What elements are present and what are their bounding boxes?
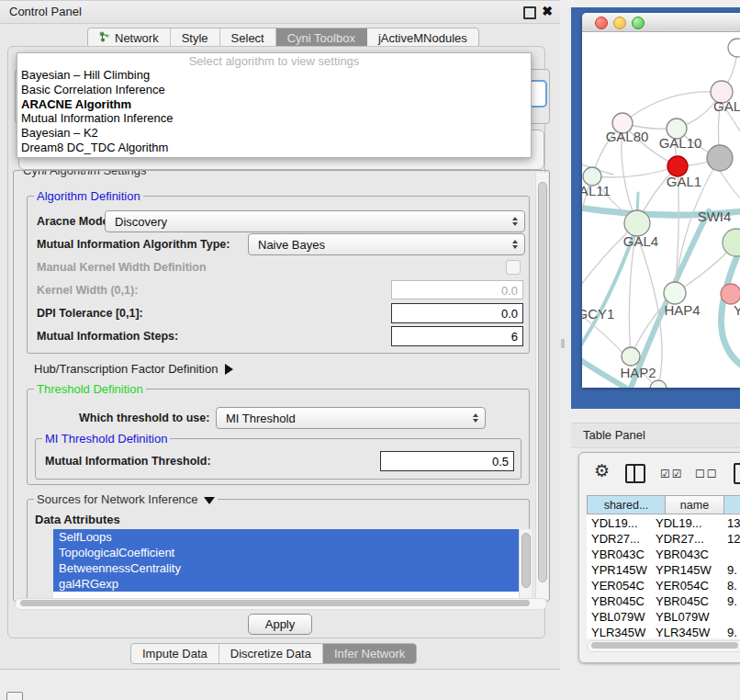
- column-header[interactable]: name: [666, 495, 724, 514]
- sources-group-title-wrap[interactable]: Sources for Network Inference: [34, 492, 218, 506]
- minimize-traffic-light-icon[interactable]: [613, 17, 626, 29]
- table-cell: 13: [727, 516, 740, 530]
- table-horizontal-scrollbar[interactable]: [587, 640, 740, 652]
- mi-threshold-group-title: MI Threshold Definition: [42, 432, 170, 446]
- algorithm-dropdown-prompt: Select algorithm to view settings: [17, 54, 531, 68]
- table-cell: 9.: [727, 563, 737, 577]
- settings-vertical-scrollbar[interactable]: [535, 173, 548, 599]
- tab-network[interactable]: Network: [88, 28, 171, 48]
- network-node-gal4[interactable]: [624, 210, 650, 236]
- network-edge-thick[interactable]: [582, 235, 633, 360]
- network-window: GALGAL80GAL10GAL1GAL11SWI4GAL4GCY1HAP4YH…: [582, 13, 740, 388]
- sources-group: Sources for Network Inference Data Attri…: [27, 499, 530, 602]
- network-node-label: HAP4: [664, 302, 700, 318]
- network-node-y[interactable]: [721, 284, 740, 304]
- manual-kernel-checkbox[interactable]: [506, 260, 521, 275]
- algorithm-option[interactable]: Dream8 DC_TDC Algorithm: [17, 141, 531, 155]
- combo-arrows-icon: [508, 217, 522, 226]
- network-edge[interactable]: [622, 92, 722, 123]
- network-node-hap2[interactable]: [622, 347, 640, 366]
- network-node-label: SWI4: [698, 209, 732, 224]
- column-header[interactable]: A: [724, 495, 740, 514]
- kernel-width-field[interactable]: 0.0: [391, 280, 523, 299]
- algorithm-option[interactable]: Bayesian – Hill Climbing: [17, 68, 531, 83]
- tab-select[interactable]: Select: [220, 28, 276, 48]
- attribute-item[interactable]: SelfLoops: [53, 529, 532, 545]
- export-table-icon[interactable]: [734, 463, 740, 484]
- algorithm-dropdown-popup[interactable]: Select algorithm to view settings Bayesi…: [17, 52, 532, 158]
- cyni-settings-group-title: Cyni Algorithm Settings: [20, 170, 149, 177]
- hub-section-label: Hub/Transcription Factor Definition: [34, 362, 218, 376]
- table-row[interactable]: YPR145WYPR145W9.: [587, 563, 740, 579]
- splitpane-divider[interactable]: [561, 339, 565, 348]
- algorithm-option[interactable]: Bayesian – K2: [17, 126, 531, 141]
- deselect-all-columns-icon[interactable]: ☐☐: [695, 468, 719, 480]
- tab-cyni-toolbox[interactable]: Cyni Toolbox: [276, 28, 367, 48]
- which-threshold-value: MI Threshold: [217, 412, 468, 425]
- mi-threshold-field[interactable]: 0.5: [380, 451, 514, 471]
- settings-horizontal-scrollbar[interactable]: [15, 598, 547, 610]
- network-canvas[interactable]: GALGAL80GAL10GAL1GAL11SWI4GAL4GCY1HAP4YH…: [582, 31, 740, 388]
- dpi-tolerance-label: DPI Tolerance [0,1]:: [37, 307, 143, 320]
- column-view-icon[interactable]: [625, 464, 645, 483]
- tab-label: Style: [182, 31, 208, 45]
- algorithm-definition-group: Algorithm Definition Aracne Mode: Discov…: [27, 196, 530, 354]
- network-node[interactable]: [650, 380, 667, 388]
- attributes-list-scrollbar[interactable]: [519, 529, 532, 602]
- kernel-width-label: Kernel Width (0,1):: [37, 284, 138, 297]
- table-cell: YBL079W: [656, 610, 710, 624]
- tab-jactivemnodules[interactable]: jActiveMNodules: [367, 28, 478, 48]
- mi-steps-field[interactable]: 6: [391, 326, 523, 346]
- attribute-item[interactable]: TopologicalCoefficient: [53, 545, 532, 560]
- data-attributes-list[interactable]: SelfLoopsTopologicalCoefficientBetweenne…: [53, 529, 532, 602]
- tab-discretize-data[interactable]: Discretize Data: [219, 644, 323, 663]
- dpi-tolerance-field[interactable]: 0.0: [391, 303, 523, 323]
- which-threshold-label: Which threshold to use:: [79, 412, 209, 424]
- algorithm-option[interactable]: ARACNE Algorithm: [17, 97, 531, 112]
- select-all-columns-icon[interactable]: ☑☑: [660, 468, 684, 480]
- table-row[interactable]: YBL079WYBL079W: [587, 610, 740, 626]
- network-node-hap4[interactable]: [664, 282, 686, 304]
- network-node-label: GAL80: [606, 129, 649, 144]
- table-cell: YLR345W: [591, 626, 645, 638]
- table-cell: 8.: [727, 579, 737, 593]
- table-row[interactable]: YDR27...YDR27...12: [587, 532, 740, 548]
- float-icon[interactable]: [523, 6, 536, 19]
- network-node-label: GAL1: [667, 174, 701, 189]
- tab-infer-network[interactable]: Infer Network: [323, 644, 416, 663]
- network-window-titlebar[interactable]: [582, 13, 740, 32]
- close-traffic-light-icon[interactable]: [595, 17, 608, 29]
- network-node-label: GAL10: [659, 135, 702, 151]
- network-node-swi4[interactable]: [723, 229, 740, 256]
- table-row[interactable]: YLR345WYLR345W9.: [587, 626, 740, 638]
- algorithm-option[interactable]: Mutual Information Inference: [17, 111, 531, 126]
- aracne-mode-select[interactable]: Discovery: [105, 210, 525, 232]
- threshold-definition-group: Threshold Definition Which threshold to …: [27, 389, 530, 485]
- close-icon[interactable]: ✖: [542, 4, 553, 18]
- minimized-panel-icon[interactable]: [6, 692, 23, 700]
- hub-section-toggle[interactable]: Hub/Transcription Factor Definition: [34, 362, 233, 376]
- settings-gear-icon[interactable]: ⚙: [594, 460, 610, 481]
- zoom-traffic-light-icon[interactable]: [632, 17, 645, 29]
- apply-button[interactable]: Apply: [248, 614, 312, 635]
- table-cell: YDR27...: [656, 532, 704, 546]
- attribute-item[interactable]: BetweennessCentrality: [53, 560, 532, 576]
- algorithm-options-list: Bayesian – Hill ClimbingBasic Correlatio…: [17, 68, 531, 155]
- attribute-item[interactable]: gal4RGexp: [53, 576, 532, 592]
- algorithm-option[interactable]: Basic Correlation Inference: [17, 83, 531, 97]
- network-edge[interactable]: [720, 171, 740, 213]
- tab-style[interactable]: Style: [171, 28, 220, 48]
- network-node-label: HAP2: [620, 365, 656, 380]
- which-threshold-select[interactable]: MI Threshold: [216, 407, 486, 429]
- tab-impute-data[interactable]: Impute Data: [131, 644, 219, 663]
- table-row[interactable]: YBR043CYBR043C: [587, 548, 740, 563]
- manual-kernel-label: Manual Kernel Width Definition: [37, 261, 207, 274]
- cyni-algorithm-settings-group: Cyni Algorithm Settings Algorithm Defini…: [13, 170, 550, 602]
- column-header[interactable]: shared...: [587, 495, 666, 514]
- table-row[interactable]: YER054CYER054C8.: [587, 579, 740, 594]
- network-node[interactable]: [728, 39, 740, 57]
- mi-type-select[interactable]: Naive Bayes: [248, 233, 525, 255]
- network-node[interactable]: [707, 145, 733, 171]
- table-row[interactable]: YDL19...YDL19...13: [587, 516, 740, 532]
- table-row[interactable]: YBR045CYBR045C9.: [587, 594, 740, 610]
